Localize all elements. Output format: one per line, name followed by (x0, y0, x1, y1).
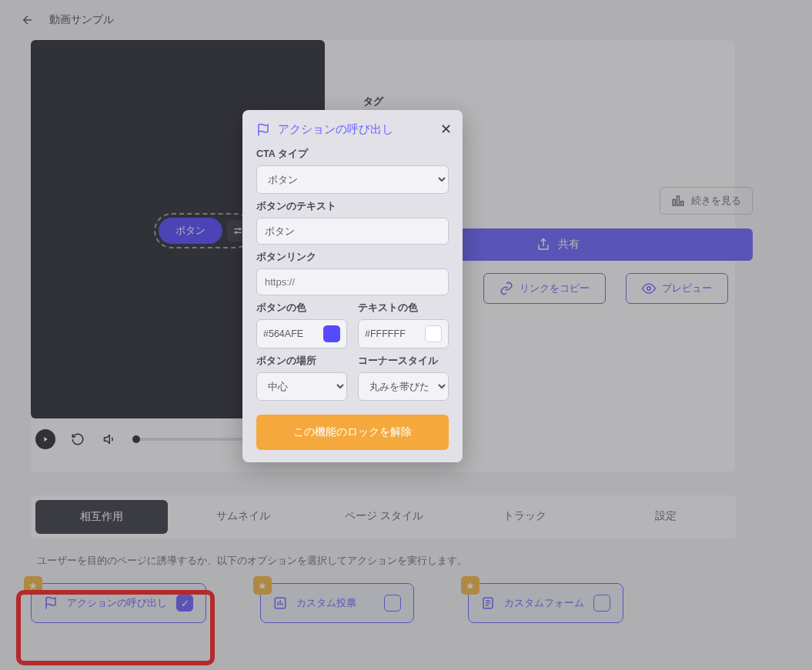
button-color-input[interactable]: #564AFE (256, 319, 347, 348)
button-position-select[interactable]: 中心 (256, 372, 347, 401)
text-color-value: #FFFFFF (365, 328, 406, 339)
button-link-input[interactable] (256, 268, 449, 295)
text-color-label: テキストの色 (358, 302, 449, 315)
corner-style-label: コーナースタイル (358, 355, 449, 368)
button-text-input[interactable] (256, 218, 449, 245)
button-link-label: ボタンリンク (256, 251, 449, 264)
flag-icon (256, 123, 270, 137)
color-swatch[interactable] (425, 325, 442, 342)
button-text-label: ボタンのテキスト (256, 200, 449, 213)
button-color-value: #564AFE (263, 328, 303, 339)
modal-title: アクションの呼び出し (278, 122, 393, 137)
color-swatch[interactable] (323, 325, 340, 342)
text-color-input[interactable]: #FFFFFF (358, 319, 449, 348)
cta-modal: アクションの呼び出し ✕ CTA タイプ ボタン ボタンのテキスト ボタンリンク… (242, 110, 463, 462)
button-color-label: ボタンの色 (256, 302, 347, 315)
button-position-label: ボタンの場所 (256, 355, 347, 368)
unlock-button[interactable]: この機能のロックを解除 (256, 415, 449, 450)
cta-type-label: CTA タイプ (256, 148, 449, 161)
cta-type-select[interactable]: ボタン (256, 165, 449, 194)
close-icon[interactable]: ✕ (440, 121, 452, 138)
corner-style-select[interactable]: 丸みを帯びた (358, 372, 449, 401)
